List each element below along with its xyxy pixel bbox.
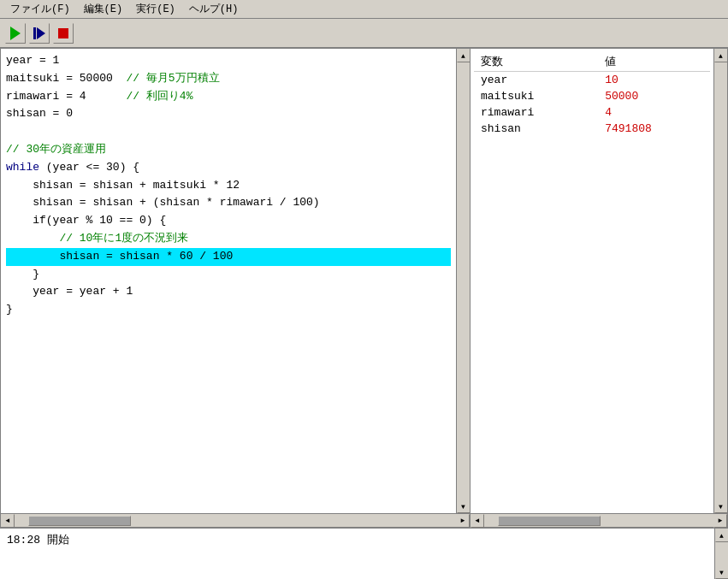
var-row-2: rimawari4 xyxy=(474,104,710,121)
code-line-14: year = year + 1 xyxy=(6,283,451,301)
log-entry-0: 18:28 開始 xyxy=(7,532,707,547)
vars-hscroll-left[interactable]: ◄ xyxy=(471,514,484,528)
vars-hscroll-thumb[interactable] xyxy=(498,516,601,526)
code-line-15: } xyxy=(6,301,451,319)
step-button[interactable] xyxy=(29,23,50,44)
log-vscroll-down[interactable]: ▼ xyxy=(715,565,729,579)
vars-hscroll-right[interactable]: ► xyxy=(713,514,727,528)
hscroll-left-arrow[interactable]: ◄ xyxy=(1,514,15,528)
code-line-3: rimawari = 4 // 利回り4% xyxy=(6,88,451,106)
code-line-5 xyxy=(6,123,451,141)
var-name-2: rimawari xyxy=(474,104,598,121)
code-line-7: while (year <= 30) { xyxy=(6,159,451,177)
vars-hscrollbar[interactable]: ◄ ► xyxy=(471,513,727,527)
play-icon xyxy=(10,27,21,40)
code-line-9: shisan = shisan + (shisan * rimawari / 1… xyxy=(6,194,451,212)
stop-icon xyxy=(58,28,68,38)
code-line-8: shisan = shisan + maitsuki * 12 xyxy=(6,177,451,195)
code-line-2: maitsuki = 50000 // 毎月5万円積立 xyxy=(6,70,451,88)
var-value-2: 4 xyxy=(598,104,710,121)
vscroll-track xyxy=(458,62,470,499)
var-value-0: 10 xyxy=(598,72,710,89)
vscroll-down-arrow[interactable]: ▼ xyxy=(457,499,471,513)
var-name-3: shisan xyxy=(474,121,598,137)
code-hscrollbar[interactable]: ◄ ► xyxy=(1,513,470,527)
var-value-1: 50000 xyxy=(598,88,710,104)
var-header-value: 値 xyxy=(598,52,710,72)
vars-vscrollbar[interactable]: ▲ ▼ xyxy=(713,49,727,513)
vscroll-up-arrow[interactable]: ▲ xyxy=(457,49,471,62)
var-row-0: year10 xyxy=(474,72,710,89)
vars-vscroll-down[interactable]: ▼ xyxy=(714,499,728,513)
var-name-0: year xyxy=(474,72,598,89)
hscroll-right-arrow[interactable]: ► xyxy=(456,514,470,528)
log-content: 18:28 開始 xyxy=(0,529,714,579)
code-line-12: shisan = shisan * 60 / 100 xyxy=(6,248,451,266)
log-vscrollbar[interactable]: ▲ ▼ xyxy=(714,529,728,579)
menu-file[interactable]: ファイル(F) xyxy=(3,0,77,18)
code-line-11: // 10年に1度の不況到来 xyxy=(6,230,451,248)
var-name-1: maitsuki xyxy=(474,88,598,104)
code-line-13: } xyxy=(6,266,451,284)
code-panel: year = 1maitsuki = 50000 // 毎月5万円積立rimaw… xyxy=(1,49,471,527)
code-scroll-area[interactable]: year = 1maitsuki = 50000 // 毎月5万円積立rimaw… xyxy=(1,49,456,513)
menu-help[interactable]: ヘルプ(H) xyxy=(182,0,246,18)
code-vscrollbar[interactable]: ▲ ▼ xyxy=(456,49,470,513)
code-line-1: year = 1 xyxy=(6,52,451,70)
var-row-3: shisan7491808 xyxy=(474,121,710,137)
log-vscroll-up[interactable]: ▲ xyxy=(715,529,729,542)
log-vscroll-track xyxy=(716,542,728,565)
menu-edit[interactable]: 編集(E) xyxy=(77,0,130,18)
var-row-1: maitsuki50000 xyxy=(474,88,710,104)
var-header-name: 変数 xyxy=(474,52,598,72)
menu-run[interactable]: 実行(E) xyxy=(129,0,182,18)
main-area: year = 1maitsuki = 50000 // 毎月5万円積立rimaw… xyxy=(0,48,728,528)
variables-panel: 変数 値 year10maitsuki50000rimawari4shisan7… xyxy=(471,49,727,527)
var-value-3: 7491808 xyxy=(598,121,710,137)
variables-table: 変数 値 year10maitsuki50000rimawari4shisan7… xyxy=(474,52,710,137)
menubar: ファイル(F) 編集(E) 実行(E) ヘルプ(H) xyxy=(0,0,728,19)
play-button[interactable] xyxy=(5,23,26,44)
code-line-4: shisan = 0 xyxy=(6,105,451,123)
code-line-6: // 30年の資産運用 xyxy=(6,141,451,159)
vars-vscroll-up[interactable]: ▲ xyxy=(714,49,728,62)
step-icon xyxy=(33,27,45,39)
vars-vscroll-track xyxy=(715,62,727,499)
toolbar xyxy=(0,19,728,48)
stop-button[interactable] xyxy=(53,23,74,44)
code-line-10: if(year % 10 == 0) { xyxy=(6,212,451,230)
log-panel: 18:28 開始 ▲ ▼ xyxy=(0,528,728,579)
vars-scroll-area: 変数 値 year10maitsuki50000rimawari4shisan7… xyxy=(471,49,713,513)
hscroll-thumb[interactable] xyxy=(28,516,131,526)
